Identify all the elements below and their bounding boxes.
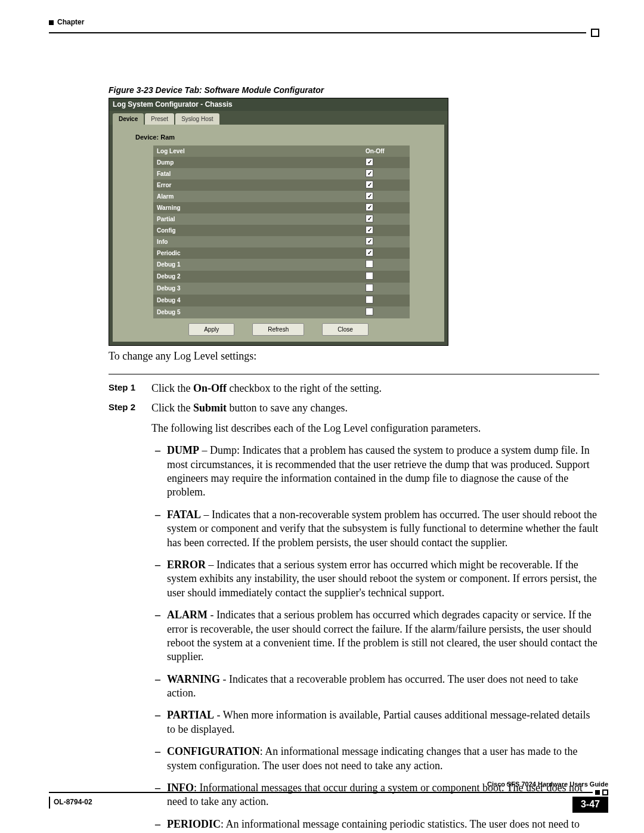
table-row: Config [153, 225, 410, 236]
list-item: DUMP – Dump: Indicates that a problem ha… [167, 444, 599, 500]
list-intro: The following list describes each of the… [151, 422, 599, 435]
log-level-label: Debug 5 [153, 306, 362, 318]
log-level-label: Warning [153, 202, 362, 213]
step-1: Step 1 Click the On-Off checkbox to the … [109, 382, 599, 395]
on-off-checkbox[interactable] [366, 158, 373, 166]
page-header: Chapter [49, 18, 599, 27]
list-item: PARTIAL - When more information is avail… [167, 708, 599, 736]
tab-syslog-host[interactable]: Syslog Host [175, 113, 219, 125]
table-row: Warning [153, 202, 410, 213]
term: CONFIGURATION [167, 745, 260, 757]
definition: Indicates that a recoverable problem has… [167, 673, 578, 699]
term: PARTIAL [167, 709, 214, 721]
page-number: 3-47 [572, 797, 608, 813]
header-corner-icon [591, 29, 599, 37]
on-off-checkbox[interactable] [366, 284, 373, 292]
refresh-button[interactable]: Refresh [252, 323, 304, 336]
on-off-checkbox[interactable] [366, 226, 373, 234]
on-off-checkbox[interactable] [366, 169, 373, 177]
table-row: Fatal [153, 168, 410, 179]
tab-device[interactable]: Device [113, 113, 144, 125]
definition: Indicates that a serious problem has occ… [167, 609, 597, 662]
table-row: Debug 3 [153, 283, 410, 295]
definition: Indicates that a non-recoverable system … [167, 509, 598, 549]
grid-header: Log Level On-Off [153, 145, 410, 157]
col-log-level: Log Level [153, 145, 362, 157]
step-2: Step 2 Click the Submit button to save a… [109, 401, 599, 415]
table-row: Debug 2 [153, 271, 410, 283]
table-row: Periodic [153, 247, 410, 259]
table-row: Partial [153, 213, 410, 225]
table-row: Debug 1 [153, 259, 410, 271]
step-1-text: Click the On-Off checkbox to the right o… [151, 382, 599, 395]
term: ERROR [167, 559, 206, 571]
on-off-checkbox[interactable] [366, 296, 373, 304]
footer-rule [49, 792, 593, 793]
log-level-label: Info [153, 236, 362, 247]
on-off-checkbox[interactable] [366, 237, 373, 245]
bullet-list: DUMP – Dump: Indicates that a problem ha… [167, 444, 599, 833]
on-off-checkbox[interactable] [366, 181, 373, 188]
log-level-label: Error [153, 179, 362, 191]
term: DUMP [167, 444, 199, 456]
footer-gutter-icon [49, 797, 50, 809]
step-2-label: Step 2 [109, 401, 151, 415]
table-row: Info [153, 236, 410, 247]
log-level-label: Dump [153, 157, 362, 168]
list-item: PERIODIC: An informational message conta… [167, 817, 599, 833]
log-level-label: Alarm [153, 191, 362, 202]
log-level-label: Config [153, 225, 362, 236]
header-badge-icon [49, 20, 54, 25]
on-off-checkbox[interactable] [366, 215, 373, 222]
footer-ol: OL-8794-02 [54, 798, 92, 807]
table-row: Debug 4 [153, 295, 410, 306]
footer-dot-icon [595, 790, 600, 795]
table-row: Alarm [153, 191, 410, 202]
screenshot-window: Log System Configurator - Chassis Device… [109, 98, 448, 346]
step-1-label: Step 1 [109, 382, 151, 395]
page-footer: Cisco SFS 7024 Hardware Users Guide OL-8… [49, 780, 608, 813]
tab-preset[interactable]: Preset [145, 113, 174, 125]
log-level-label: Periodic [153, 247, 362, 259]
window-title: Log System Configurator - Chassis [109, 98, 448, 112]
list-item: WARNING - Indicates that a recoverable p… [167, 673, 599, 701]
log-level-label: Debug 1 [153, 259, 362, 271]
footer-guide: Cisco SFS 7024 Hardware Users Guide [49, 780, 608, 788]
chapter-label: Chapter [57, 18, 599, 27]
list-item: CONFIGURATION: An informational message … [167, 745, 599, 773]
log-level-label: Fatal [153, 168, 362, 179]
device-label: Device: Ram [117, 129, 439, 145]
apply-button[interactable]: Apply [188, 323, 234, 336]
log-level-label: Debug 4 [153, 295, 362, 306]
step-2-text: Click the Submit button to save any chan… [151, 401, 599, 415]
list-item: ALARM - Indicates that a serious problem… [167, 608, 599, 664]
footer-box-icon [602, 789, 608, 795]
on-off-checkbox[interactable] [366, 192, 373, 200]
on-off-checkbox[interactable] [366, 260, 373, 268]
table-row: Error [153, 179, 410, 191]
definition: An informational message containing peri… [167, 818, 580, 833]
definition: When more information is available, Part… [167, 709, 590, 735]
log-level-label: Debug 2 [153, 271, 362, 283]
list-item: FATAL – Indicates that a non-recoverable… [167, 508, 599, 550]
term: FATAL [167, 509, 201, 521]
tabs: Device Preset Syslog Host [109, 111, 448, 125]
figure-caption: Figure 3-23 Device Tab: Software Module … [109, 85, 599, 95]
on-off-checkbox[interactable] [366, 203, 373, 211]
table-row: Dump [153, 157, 410, 168]
on-off-checkbox[interactable] [366, 308, 373, 315]
log-level-label: Partial [153, 213, 362, 225]
tab-body: Device: Ram Log Level On-Off DumpFatalEr… [113, 125, 444, 341]
table-row: Debug 5 [153, 306, 410, 318]
definition: Indicates that a serious system error ha… [167, 559, 597, 599]
on-off-checkbox[interactable] [366, 272, 373, 280]
on-off-checkbox[interactable] [366, 249, 373, 256]
header-rule [49, 32, 586, 33]
step-rule [109, 374, 599, 374]
close-button[interactable]: Close [322, 323, 369, 336]
log-level-label: Debug 3 [153, 283, 362, 295]
term: WARNING [167, 673, 220, 685]
intro-text: To change any Log Level settings: [109, 349, 599, 363]
term: ALARM [167, 609, 208, 621]
definition: Dump: Indicates that a problem has cause… [167, 444, 590, 498]
